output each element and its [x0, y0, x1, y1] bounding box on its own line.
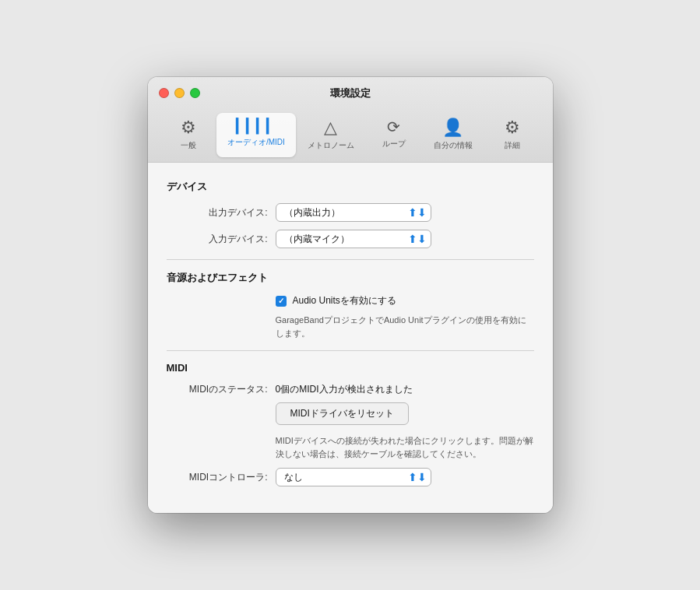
- midi-reset-button[interactable]: MIDIドライバをリセット: [276, 402, 409, 425]
- output-device-row: 出力デバイス: （内蔵出力） ⬆⬇: [167, 203, 534, 222]
- device-section-title: デバイス: [167, 180, 534, 194]
- person-icon: 👤: [442, 118, 463, 138]
- metronome-icon: △: [324, 118, 337, 138]
- detail-gear-icon: ⚙: [505, 118, 520, 138]
- midi-status-row: MIDIのステータス: 0個のMIDI入力が検出されました: [167, 383, 534, 396]
- output-device-select[interactable]: （内蔵出力）: [276, 203, 431, 222]
- window-title: 環境設定: [160, 86, 540, 100]
- title-bar: 環境設定 ⚙ 一般 ▎▎▎▎ オーディオ/MIDI △ メトロノーム ⟳ ループ…: [148, 77, 553, 163]
- tab-general[interactable]: ⚙ 一般: [160, 113, 216, 157]
- toolbar: ⚙ 一般 ▎▎▎▎ オーディオ/MIDI △ メトロノーム ⟳ ループ 👤 自分…: [160, 108, 540, 162]
- tab-loop[interactable]: ⟳ ループ: [366, 113, 422, 157]
- output-device-label: 出力デバイス:: [167, 206, 268, 219]
- divider-1: [167, 259, 534, 260]
- audio-units-row: Audio Unitsを有効にする: [276, 294, 534, 307]
- audio-units-label: Audio Unitsを有効にする: [293, 294, 396, 307]
- midi-status-label: MIDIのステータス:: [167, 383, 268, 396]
- input-device-row: 入力デバイス: （内蔵マイク） ⬆⬇: [167, 230, 534, 248]
- tab-detail-label: 詳細: [505, 140, 520, 151]
- tab-loop-label: ループ: [382, 139, 406, 149]
- midi-controller-select-wrapper: なし ⬆⬇: [276, 468, 431, 486]
- output-device-select-wrapper: （内蔵出力） ⬆⬇: [276, 203, 431, 222]
- tab-my-info[interactable]: 👤 自分の情報: [422, 113, 484, 157]
- maximize-button[interactable]: [190, 88, 200, 98]
- tab-general-label: 一般: [181, 140, 196, 151]
- gear-icon: ⚙: [181, 118, 196, 138]
- content-area: デバイス 出力デバイス: （内蔵出力） ⬆⬇ 入力デバイス: （内蔵マイク） ⬆…: [148, 163, 553, 513]
- input-device-label: 入力デバイス:: [167, 233, 268, 246]
- midi-section-title: MIDI: [167, 362, 534, 374]
- input-device-select-wrapper: （内蔵マイク） ⬆⬇: [276, 230, 431, 248]
- midi-reset-description: MIDIデバイスへの接続が失われた場合にクリックします。問題が解決しない場合は、…: [276, 434, 534, 460]
- midi-status-value: 0個のMIDI入力が検出されました: [276, 383, 413, 396]
- midi-controller-label: MIDIコントローラ:: [167, 471, 268, 484]
- audio-units-description: GarageBandプロジェクトでAudio Unitプラグインの使用を有効にし…: [276, 314, 534, 339]
- tab-metronome-label: メトロノーム: [308, 140, 354, 151]
- tab-my-info-label: 自分の情報: [434, 140, 473, 151]
- loop-icon: ⟳: [387, 118, 400, 136]
- divider-2: [167, 350, 534, 351]
- audio-icon: ▎▎▎▎: [236, 118, 276, 135]
- minimize-button[interactable]: [174, 88, 185, 98]
- tab-detail[interactable]: ⚙ 詳細: [484, 113, 540, 157]
- audio-units-checkbox[interactable]: [276, 296, 287, 307]
- tab-metronome[interactable]: △ メトロノーム: [296, 113, 365, 157]
- tab-audio-midi-label: オーディオ/MIDI: [227, 137, 285, 148]
- input-device-select[interactable]: （内蔵マイク）: [276, 230, 431, 248]
- sound-effect-section-title: 音源およびエフェクト: [167, 271, 534, 285]
- close-button[interactable]: [159, 88, 169, 98]
- tab-audio-midi[interactable]: ▎▎▎▎ オーディオ/MIDI: [216, 113, 297, 157]
- preferences-window: 環境設定 ⚙ 一般 ▎▎▎▎ オーディオ/MIDI △ メトロノーム ⟳ ループ…: [148, 77, 553, 513]
- reset-button-container: MIDIドライバをリセット: [167, 402, 534, 430]
- midi-controller-row: MIDIコントローラ: なし ⬆⬇: [167, 468, 534, 486]
- traffic-lights: [159, 88, 200, 98]
- midi-controller-select[interactable]: なし: [276, 468, 431, 486]
